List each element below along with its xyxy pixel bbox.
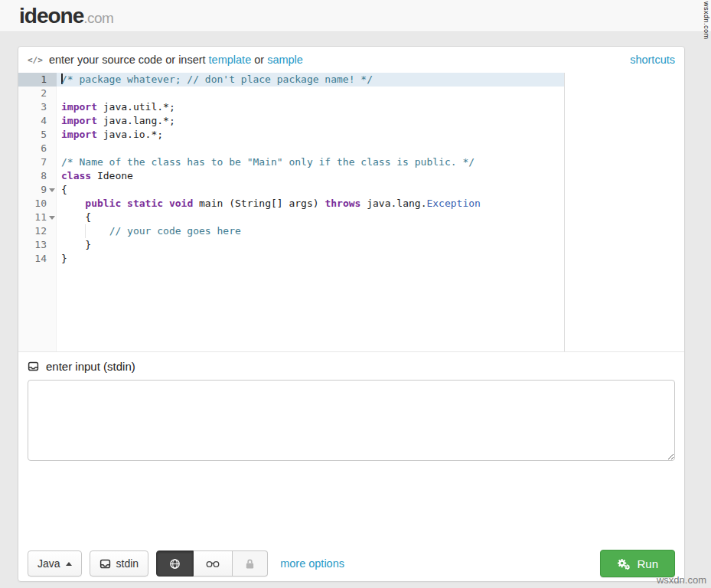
template-link[interactable]: template bbox=[209, 54, 252, 66]
visibility-private-button[interactable] bbox=[233, 550, 268, 577]
app-header: ideone .com bbox=[0, 0, 711, 32]
inbox-icon bbox=[28, 361, 39, 372]
line-number: 6 bbox=[18, 142, 57, 155]
caret-up-icon bbox=[66, 562, 72, 566]
source-header: </> enter your source code or insert tem… bbox=[18, 47, 684, 73]
code-text bbox=[57, 87, 61, 100]
more-options-link[interactable]: more options bbox=[280, 557, 344, 570]
code-line-10[interactable]: 10 public static void main (String[] arg… bbox=[18, 197, 564, 211]
ideone-logo[interactable]: ideone .com bbox=[19, 4, 113, 28]
globe-icon bbox=[169, 558, 181, 570]
code-line-2[interactable]: 2 bbox=[18, 87, 564, 100]
code-text: /* Name of the class has to be "Main" on… bbox=[57, 155, 475, 169]
fold-arrow-icon[interactable] bbox=[49, 216, 55, 220]
code-lines: 1/* package whatever; // don't place pac… bbox=[18, 73, 564, 266]
visibility-unlisted-button[interactable] bbox=[194, 550, 233, 577]
inbox-icon bbox=[99, 558, 111, 570]
code-text: import java.io.*; bbox=[57, 128, 163, 142]
line-number: 3 bbox=[18, 100, 57, 114]
code-editor[interactable]: 1/* package whatever; // don't place pac… bbox=[18, 73, 565, 351]
line-number: 2 bbox=[18, 87, 57, 100]
logo-main: ideone bbox=[19, 4, 83, 28]
code-text: { bbox=[57, 183, 67, 197]
language-select-button[interactable]: Java bbox=[28, 550, 82, 577]
sample-link[interactable]: sample bbox=[267, 54, 303, 66]
line-number: 5 bbox=[18, 128, 57, 142]
cogs-icon bbox=[617, 558, 630, 570]
visibility-public-button[interactable] bbox=[156, 550, 194, 577]
code-line-4[interactable]: 4import java.lang.*; bbox=[18, 114, 564, 128]
code-line-1[interactable]: 1/* package whatever; // don't place pac… bbox=[18, 73, 564, 87]
code-text: class Ideone bbox=[57, 169, 133, 183]
code-text: } bbox=[57, 252, 67, 266]
indent-guide bbox=[85, 224, 86, 238]
code-text bbox=[57, 142, 61, 155]
fold-arrow-icon[interactable] bbox=[49, 188, 55, 192]
code-text: public static void main (String[] args) … bbox=[57, 197, 481, 211]
shortcuts-link[interactable]: shortcuts bbox=[630, 54, 675, 66]
line-number: 4 bbox=[18, 114, 57, 128]
watermark-top: wsxdn.com bbox=[703, 2, 710, 40]
or-text: or bbox=[254, 54, 264, 66]
stdin-section: enter input (stdin) bbox=[18, 352, 684, 461]
code-text: import java.lang.*; bbox=[57, 114, 175, 128]
code-text: import java.util.*; bbox=[57, 100, 175, 114]
code-line-7[interactable]: 7/* Name of the class has to be "Main" o… bbox=[18, 155, 564, 169]
code-line-8[interactable]: 8class Ideone bbox=[18, 169, 564, 183]
code-text: { bbox=[57, 211, 91, 224]
code-line-14[interactable]: 14} bbox=[18, 252, 564, 266]
code-icon: </> bbox=[28, 55, 43, 65]
code-line-6[interactable]: 6 bbox=[18, 142, 564, 155]
main-panel: </> enter your source code or insert tem… bbox=[18, 46, 685, 582]
logo-suffix: .com bbox=[83, 10, 113, 27]
code-line-9[interactable]: 9{ bbox=[18, 183, 564, 197]
language-select-label: Java bbox=[38, 557, 60, 570]
run-button[interactable]: Run bbox=[600, 550, 675, 577]
glasses-icon bbox=[206, 559, 220, 568]
run-button-label: Run bbox=[637, 557, 658, 570]
line-number: 13 bbox=[18, 238, 57, 252]
line-number: 10 bbox=[18, 197, 57, 211]
code-line-11[interactable]: 11 { bbox=[18, 211, 564, 224]
line-number: 7 bbox=[18, 155, 57, 169]
stdin-toggle-button[interactable]: stdin bbox=[90, 550, 149, 577]
bottom-toolbar: Java stdin bbox=[18, 550, 684, 581]
stdin-toggle-label: stdin bbox=[116, 557, 139, 570]
code-text: /* package whatever; // don't place pack… bbox=[57, 73, 373, 87]
code-line-5[interactable]: 5import java.io.*; bbox=[18, 128, 564, 142]
stdin-input[interactable] bbox=[28, 380, 675, 461]
code-line-3[interactable]: 3import java.util.*; bbox=[18, 100, 564, 114]
line-number: 14 bbox=[18, 252, 57, 266]
code-line-13[interactable]: 13 } bbox=[18, 238, 564, 252]
code-line-12[interactable]: 12 // your code goes here bbox=[18, 224, 564, 238]
line-number: 12 bbox=[18, 224, 57, 238]
editor-wrap: 1/* package whatever; // don't place pac… bbox=[18, 73, 684, 352]
source-header-text: enter your source code or insert bbox=[49, 54, 206, 66]
watermark: wsxdn.com bbox=[657, 574, 706, 586]
visibility-button-group bbox=[156, 550, 268, 577]
line-number: 1 bbox=[18, 73, 57, 87]
code-text: } bbox=[57, 238, 91, 252]
line-number: 9 bbox=[18, 183, 57, 197]
stdin-label: enter input (stdin) bbox=[46, 360, 135, 373]
lock-icon bbox=[245, 558, 255, 570]
line-number: 11 bbox=[18, 211, 57, 224]
line-number: 8 bbox=[18, 169, 57, 183]
